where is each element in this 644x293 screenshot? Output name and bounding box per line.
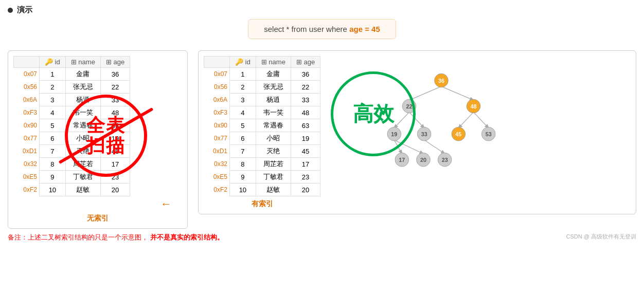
main-row: 🔑 id ⊞ name ⊞ age 0x07 1 金庸 36 0x56 2 张无… <box>8 50 636 229</box>
right-table: 🔑 id ⊞ name ⊞ age 0x07 1 金庸 36 0x56 2 张无… <box>204 56 320 196</box>
row-age: 23 <box>291 171 320 184</box>
row-age: 20 <box>100 184 130 196</box>
row-addr: 0xD1 <box>14 145 40 158</box>
row-addr: 0x90 <box>204 119 230 132</box>
row-id: 1 <box>40 68 66 81</box>
efficient-text: 高效 <box>353 100 394 128</box>
row-addr: 0x6A <box>204 94 230 106</box>
no-index-overlay: 全表 扫描 <box>65 95 147 177</box>
title-row: 演示 <box>8 5 636 15</box>
row-id: 2 <box>40 81 66 94</box>
row-addr: 0xF3 <box>14 106 40 119</box>
row-id: 2 <box>230 81 256 94</box>
right-panel-label: 有索引 <box>204 199 320 209</box>
svg-line-0 <box>409 86 442 100</box>
row-addr: 0x56 <box>14 81 40 94</box>
row-name: 张无忌 <box>65 81 100 94</box>
svg-text:33: 33 <box>421 131 427 137</box>
right-col-id: 🔑 id <box>230 57 256 68</box>
row-addr: 0xF2 <box>14 184 40 196</box>
row-id: 10 <box>40 184 66 196</box>
table-row: 0x07 1 金庸 36 <box>204 68 320 81</box>
watermark: CSDN @ 高级软件有无登训 <box>566 233 636 241</box>
row-name: 张无忌 <box>256 81 291 94</box>
sql-highlight: age = 45 <box>349 25 380 33</box>
table-row: 0xF2 10 赵敏 20 <box>204 184 320 196</box>
row-age: 36 <box>291 68 320 81</box>
table-row: 0x6A 3 杨逍 33 <box>204 94 320 106</box>
row-name: 赵敏 <box>256 184 291 196</box>
efficient-circle: 高效 <box>331 71 416 156</box>
no-index-circle: 全表 扫描 <box>65 95 147 177</box>
no-index-text: 全表 扫描 <box>86 115 126 156</box>
row-age: 17 <box>291 158 320 171</box>
row-name: 韦一笑 <box>256 106 291 119</box>
row-name: 丁敏君 <box>256 171 291 184</box>
row-id: 6 <box>230 132 256 145</box>
table-row: 0x56 2 张无忌 22 <box>14 81 130 94</box>
svg-text:53: 53 <box>486 131 492 137</box>
table-row: 0xF3 4 韦一笑 48 <box>204 106 320 119</box>
svg-line-4 <box>459 112 474 128</box>
table-row: 0xF2 10 赵敏 20 <box>14 184 130 196</box>
row-name: 常遇春 <box>256 119 291 132</box>
page-title: 演示 <box>17 5 32 15</box>
svg-text:23: 23 <box>442 157 448 163</box>
svg-line-1 <box>441 86 474 100</box>
bottom-note: 备注：上述二叉树索引结构的只是一个示意图， 并不是真实的索引结构。 CSDN @… <box>8 233 636 242</box>
row-addr: 0x07 <box>204 68 230 81</box>
row-id: 3 <box>230 94 256 106</box>
table-row: 0x90 5 常遇春 63 <box>204 119 320 132</box>
right-col-age: ⊞ age <box>291 57 320 68</box>
row-name: 周芷若 <box>256 158 291 171</box>
right-panel: 🔑 id ⊞ name ⊞ age 0x07 1 金庸 36 0x56 2 张无… <box>198 50 636 214</box>
table-row: 0x77 6 小昭 19 <box>204 132 320 145</box>
table-row: 0x07 1 金庸 36 <box>14 68 130 81</box>
row-name: 赵敏 <box>65 184 100 196</box>
row-addr: 0xF2 <box>204 184 230 196</box>
col-age: ⊞ age <box>100 57 130 68</box>
row-addr: 0x77 <box>14 132 40 145</box>
row-id: 7 <box>40 145 66 158</box>
table-row: 0x56 2 张无忌 22 <box>204 81 320 94</box>
row-id: 7 <box>230 145 256 158</box>
row-id: 8 <box>230 158 256 171</box>
row-age: 20 <box>291 184 320 196</box>
row-id: 4 <box>230 106 256 119</box>
table-row: 0x32 8 周芷若 17 <box>204 158 320 171</box>
row-age: 48 <box>291 106 320 119</box>
row-age: 33 <box>291 94 320 106</box>
row-id: 9 <box>40 171 66 184</box>
tree-area: 高效 36224819334553172023 <box>326 56 506 209</box>
row-id: 9 <box>230 171 256 184</box>
row-age: 63 <box>291 119 320 132</box>
row-name: 小昭 <box>256 132 291 145</box>
row-addr: 0xF3 <box>204 106 230 119</box>
row-age: 22 <box>291 81 320 94</box>
row-addr: 0x77 <box>204 132 230 145</box>
row-addr: 0xD1 <box>204 145 230 158</box>
svg-text:48: 48 <box>471 103 477 109</box>
svg-line-5 <box>474 112 489 128</box>
row-age: 45 <box>291 145 320 158</box>
row-name: 金庸 <box>65 68 100 81</box>
row-id: 5 <box>40 119 66 132</box>
row-addr: 0x32 <box>14 158 40 171</box>
svg-text:45: 45 <box>455 131 461 137</box>
left-panel-label: 无索引 <box>13 214 182 223</box>
row-name: 金庸 <box>256 68 291 81</box>
table-row: 0xE5 9 丁敏君 23 <box>204 171 320 184</box>
svg-text:17: 17 <box>399 157 405 163</box>
row-age: 36 <box>100 68 130 81</box>
row-addr: 0x07 <box>14 68 40 81</box>
sql-center: select * from user where age = 45 <box>8 19 636 45</box>
col-name: ⊞ name <box>65 57 100 68</box>
svg-line-8 <box>424 140 445 154</box>
row-addr: 0x6A <box>14 94 40 106</box>
row-addr: 0x90 <box>14 119 40 132</box>
row-id: 10 <box>230 184 256 196</box>
svg-text:36: 36 <box>438 78 444 84</box>
row-id: 5 <box>230 119 256 132</box>
right-col-name: ⊞ name <box>256 57 291 68</box>
row-name: 杨逍 <box>256 94 291 106</box>
